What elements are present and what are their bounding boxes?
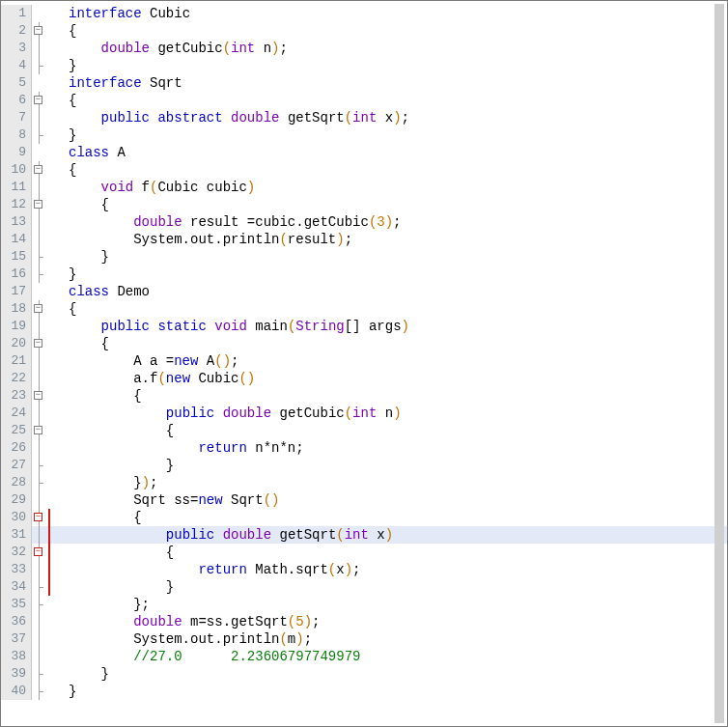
fold-gutter[interactable]: −	[32, 509, 45, 526]
code-line[interactable]: 7 public abstract double getSqrt(int x);	[1, 109, 727, 126]
code-line[interactable]: 9class A	[1, 144, 727, 161]
fold-gutter[interactable]: −	[32, 196, 45, 213]
code-line[interactable]: 30− {	[1, 509, 727, 526]
code-text[interactable]: }	[59, 683, 727, 700]
code-line[interactable]: 37 System.out.println(m);	[1, 630, 727, 648]
code-line[interactable]: 23− {	[1, 387, 727, 405]
code-line[interactable]: 21 A a =new A();	[1, 352, 727, 370]
fold-gutter[interactable]: −	[32, 422, 45, 439]
code-text[interactable]: interface Sqrt	[59, 74, 727, 92]
code-line[interactable]: 17class Demo	[1, 283, 727, 300]
code-text[interactable]: {	[59, 161, 727, 179]
code-line[interactable]: 8}	[1, 126, 727, 144]
code-text[interactable]: void f(Cubic cubic)	[59, 179, 727, 196]
code-line[interactable]: 34 }	[1, 578, 727, 596]
code-line[interactable]: 32− {	[1, 544, 727, 561]
code-text[interactable]: double result =cubic.getCubic(3);	[59, 213, 727, 231]
code-line[interactable]: 19 public static void main(String[] args…	[1, 318, 727, 335]
code-text[interactable]: public double getCubic(int n)	[59, 405, 727, 422]
code-text[interactable]: System.out.println(result);	[59, 231, 727, 248]
code-line[interactable]: 31 public double getSqrt(int x)	[1, 526, 727, 544]
code-text[interactable]: }	[59, 578, 727, 596]
code-text[interactable]: A a =new A();	[59, 352, 727, 370]
code-text[interactable]: }	[59, 266, 727, 283]
code-text[interactable]: interface Cubic	[59, 5, 727, 22]
fold-minus-icon[interactable]: −	[34, 547, 42, 556]
code-text[interactable]: double getCubic(int n);	[59, 40, 727, 57]
code-line[interactable]: 33 return Math.sqrt(x);	[1, 561, 727, 578]
code-text[interactable]: public static void main(String[] args)	[59, 318, 727, 335]
fold-minus-icon[interactable]: −	[34, 200, 42, 209]
code-text[interactable]: });	[59, 474, 727, 491]
code-text[interactable]: //27.0 2.23606797749979	[59, 648, 727, 665]
code-text[interactable]: }	[59, 665, 727, 683]
fold-gutter[interactable]: −	[32, 544, 45, 561]
fold-gutter[interactable]: −	[32, 300, 45, 318]
code-line[interactable]: 24 public double getCubic(int n)	[1, 405, 727, 422]
code-line[interactable]: 18−{	[1, 300, 727, 318]
code-editor[interactable]: 1interface Cubic2−{3 double getCubic(int…	[0, 0, 728, 727]
code-line[interactable]: 29 Sqrt ss=new Sqrt()	[1, 491, 727, 509]
code-line[interactable]: 39 }	[1, 665, 727, 683]
code-line[interactable]: 10−{	[1, 161, 727, 179]
code-text[interactable]: };	[59, 596, 727, 613]
code-line[interactable]: 26 return n*n*n;	[1, 439, 727, 457]
code-line[interactable]: 4}	[1, 57, 727, 74]
fold-minus-icon[interactable]: −	[34, 426, 42, 434]
fold-minus-icon[interactable]: −	[34, 26, 42, 35]
code-line[interactable]: 35 };	[1, 596, 727, 613]
code-text[interactable]: {	[59, 22, 727, 40]
fold-gutter[interactable]: −	[32, 387, 45, 405]
fold-gutter[interactable]: −	[32, 22, 45, 40]
code-text[interactable]: {	[59, 335, 727, 352]
code-line[interactable]: 11 void f(Cubic cubic)	[1, 179, 727, 196]
code-text[interactable]: public double getSqrt(int x)	[59, 526, 727, 544]
code-line[interactable]: 15 }	[1, 248, 727, 266]
vertical-scrollbar[interactable]	[714, 4, 724, 723]
fold-minus-icon[interactable]: −	[34, 513, 42, 521]
code-line[interactable]: 5interface Sqrt	[1, 74, 727, 92]
fold-gutter[interactable]: −	[32, 92, 45, 109]
code-line[interactable]: 28 });	[1, 474, 727, 491]
code-text[interactable]: return n*n*n;	[59, 439, 727, 457]
code-line[interactable]: 25− {	[1, 422, 727, 439]
code-line[interactable]: 3 double getCubic(int n);	[1, 40, 727, 57]
code-line[interactable]: 6−{	[1, 92, 727, 109]
code-text[interactable]: {	[59, 300, 727, 318]
code-text[interactable]: {	[59, 387, 727, 405]
code-line[interactable]: 12− {	[1, 196, 727, 213]
code-text[interactable]: System.out.println(m);	[59, 630, 727, 648]
fold-minus-icon[interactable]: −	[34, 165, 42, 174]
code-line[interactable]: 13 double result =cubic.getCubic(3);	[1, 213, 727, 231]
code-line[interactable]: 16}	[1, 266, 727, 283]
code-text[interactable]: return Math.sqrt(x);	[59, 561, 727, 578]
code-line[interactable]: 14 System.out.println(result);	[1, 231, 727, 248]
code-line[interactable]: 40}	[1, 683, 727, 700]
code-line[interactable]: 38 //27.0 2.23606797749979	[1, 648, 727, 665]
code-text[interactable]: }	[59, 126, 727, 144]
fold-gutter[interactable]: −	[32, 161, 45, 179]
code-text[interactable]: a.f(new Cubic()	[59, 370, 727, 387]
code-line[interactable]: 36 double m=ss.getSqrt(5);	[1, 613, 727, 630]
fold-minus-icon[interactable]: −	[34, 96, 42, 104]
fold-gutter[interactable]: −	[32, 335, 45, 352]
code-text[interactable]: }	[59, 248, 727, 266]
code-line[interactable]: 22 a.f(new Cubic()	[1, 370, 727, 387]
code-text[interactable]: }	[59, 57, 727, 74]
code-text[interactable]: class Demo	[59, 283, 727, 300]
code-lines[interactable]: 1interface Cubic2−{3 double getCubic(int…	[1, 1, 727, 700]
fold-minus-icon[interactable]: −	[34, 304, 42, 313]
code-line[interactable]: 20− {	[1, 335, 727, 352]
scrollbar-thumb[interactable]	[714, 4, 724, 723]
fold-minus-icon[interactable]: −	[34, 339, 42, 348]
code-text[interactable]: Sqrt ss=new Sqrt()	[59, 491, 727, 509]
code-text[interactable]: class A	[59, 144, 727, 161]
code-text[interactable]: }	[59, 457, 727, 474]
code-line[interactable]: 2−{	[1, 22, 727, 40]
code-line[interactable]: 27 }	[1, 457, 727, 474]
code-text[interactable]: {	[59, 92, 727, 109]
code-text[interactable]: {	[59, 196, 727, 213]
code-text[interactable]: {	[59, 422, 727, 439]
fold-minus-icon[interactable]: −	[34, 391, 42, 400]
code-text[interactable]: double m=ss.getSqrt(5);	[59, 613, 727, 630]
